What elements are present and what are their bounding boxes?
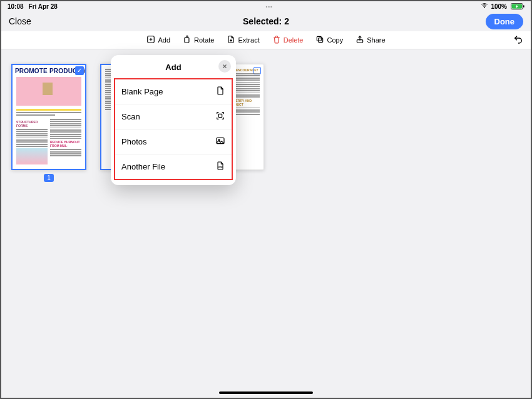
rotate-label: Rotate xyxy=(194,36,214,44)
app-frame: 10:08 Fri Apr 28 ••• 100% Close Selected… xyxy=(0,0,532,399)
status-bar: 10:08 Fri Apr 28 ••• 100% xyxy=(1,1,531,11)
add-popover: Add Blank Page Scan Photos Another File … xyxy=(111,55,236,185)
done-button[interactable]: Done xyxy=(486,14,524,29)
scan-icon xyxy=(215,111,225,123)
doc-heading: PROMOTE PRODUCTIVITY xyxy=(13,65,85,76)
share-icon xyxy=(356,35,364,45)
copy-icon xyxy=(315,35,324,45)
toolbar: Add Rotate Extract Delete Copy Share xyxy=(1,31,531,49)
add-scan[interactable]: Scan xyxy=(115,104,232,129)
rotate-icon xyxy=(183,35,192,45)
status-time: 10:08 xyxy=(8,3,24,10)
svg-point-0 xyxy=(484,8,485,8)
delete-button[interactable]: Delete xyxy=(272,35,304,45)
page-thumbnail-1[interactable]: PROMOTE PRODUCTIVITY STRUCTURED FORMS RE… xyxy=(11,64,86,182)
home-indicator[interactable] xyxy=(219,391,313,394)
status-date: Fri Apr 28 xyxy=(29,3,58,10)
delete-label: Delete xyxy=(284,36,304,44)
plus-square-icon xyxy=(146,35,155,45)
svg-rect-2 xyxy=(523,5,524,8)
checkmark-icon xyxy=(75,66,84,75)
trash-icon xyxy=(272,35,281,45)
page-title: Selected: 2 xyxy=(243,16,289,26)
add-photos[interactable]: Photos xyxy=(115,129,232,154)
add-another-file[interactable]: Another File PDF xyxy=(115,154,232,179)
svg-rect-5 xyxy=(185,38,189,43)
close-icon[interactable] xyxy=(218,60,231,73)
page-icon xyxy=(215,86,225,98)
extract-icon xyxy=(227,35,235,45)
add-label: Add xyxy=(158,36,170,44)
copy-label: Copy xyxy=(327,36,343,44)
popover-title: Add xyxy=(165,63,181,72)
option-label: Photos xyxy=(121,137,146,146)
copy-button[interactable]: Copy xyxy=(315,35,343,45)
page-grid: PROMOTE PRODUCTIVITY STRUCTURED FORMS RE… xyxy=(1,49,531,197)
extract-label: Extract xyxy=(238,36,259,44)
svg-rect-7 xyxy=(317,36,322,41)
option-label: Blank Page xyxy=(121,87,163,96)
close-button[interactable]: Close xyxy=(9,16,31,26)
wifi-icon xyxy=(481,2,488,11)
share-button[interactable]: Share xyxy=(356,35,385,45)
doc-image xyxy=(16,77,81,106)
page-number: 1 xyxy=(44,174,54,182)
extract-button[interactable]: Extract xyxy=(227,35,259,45)
navigation-bar: Close Selected: 2 Done xyxy=(1,11,531,31)
svg-rect-6 xyxy=(319,38,323,43)
battery-percent: 100% xyxy=(491,3,507,10)
option-label: Another File xyxy=(121,162,165,171)
battery-icon xyxy=(509,3,524,10)
svg-rect-9 xyxy=(218,114,222,117)
option-label: Scan xyxy=(121,112,140,121)
multitask-dots[interactable]: ••• xyxy=(265,4,272,9)
undo-button[interactable] xyxy=(513,34,523,46)
svg-text:PDF: PDF xyxy=(218,166,223,169)
rotate-button[interactable]: Rotate xyxy=(183,35,214,45)
pdf-file-icon: PDF xyxy=(215,161,225,173)
share-label: Share xyxy=(367,36,385,44)
add-button[interactable]: Add xyxy=(146,35,170,45)
add-blank-page[interactable]: Blank Page xyxy=(115,79,232,104)
add-options-list: Blank Page Scan Photos Another File PDF xyxy=(114,78,233,180)
photos-icon xyxy=(215,136,225,148)
